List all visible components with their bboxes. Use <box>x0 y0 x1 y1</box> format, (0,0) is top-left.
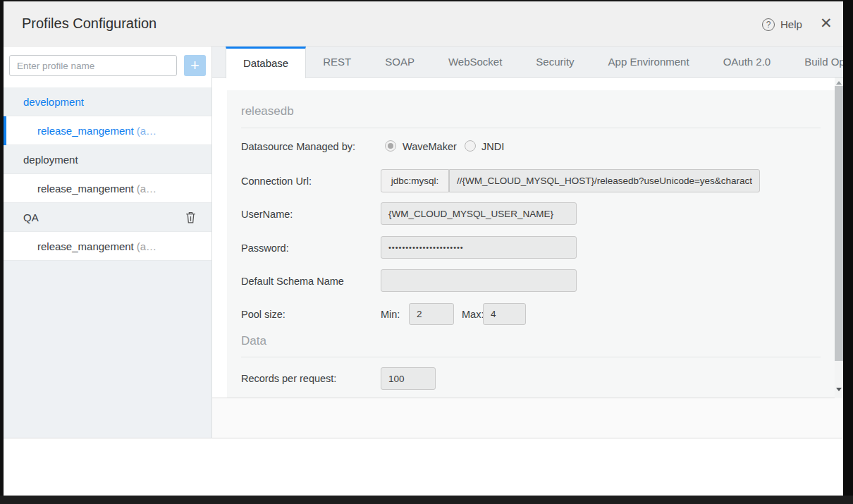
profile-item-suffix: (a… <box>137 183 157 195</box>
add-profile-button[interactable]: + <box>184 55 206 76</box>
profile-item-suffix: (a… <box>137 125 157 137</box>
sidebar-item-qa[interactable]: QA <box>4 203 211 232</box>
profile-group-label: QA <box>23 211 39 223</box>
help-link[interactable]: Help <box>780 18 802 30</box>
radio-jndi[interactable] <box>465 140 476 152</box>
pool-max-label: Max: <box>462 309 484 320</box>
tab-websocket[interactable]: WebSocket <box>431 47 519 77</box>
profile-item-suffix: (a… <box>137 240 157 252</box>
profile-name-input[interactable] <box>9 55 177 76</box>
pool-min-label: Min: <box>381 309 400 320</box>
pool-size-label: Pool size: <box>241 309 286 320</box>
radio-jndi-label: JNDI <box>481 141 504 152</box>
profile-group-label: deployment <box>23 154 78 166</box>
tab-database[interactable]: Database <box>226 47 306 78</box>
close-icon[interactable]: ✕ <box>820 15 833 32</box>
delete-profile-icon[interactable] <box>185 211 196 223</box>
records-per-request-field[interactable] <box>381 367 436 390</box>
tab-soap[interactable]: SOAP <box>368 47 431 77</box>
panel-lower-strip <box>212 398 843 438</box>
connection-url-field[interactable] <box>449 169 760 192</box>
sidebar-item-development[interactable]: development <box>4 87 211 116</box>
dialog-footer: Cancel Save <box>4 438 843 496</box>
pool-min-field[interactable] <box>409 303 454 325</box>
username-field[interactable] <box>381 202 577 225</box>
help-icon[interactable]: ? <box>762 18 775 31</box>
connection-url-prefix: jdbc:mysql: <box>381 169 449 192</box>
profile-item-label: release_mangement <box>37 183 134 195</box>
connection-url-label: Connection Url: <box>241 176 312 187</box>
content-scrollbar[interactable] <box>835 78 843 398</box>
profiles-sidebar: + development release_mangement (a… depl… <box>4 47 212 438</box>
scrollbar-thumb[interactable] <box>835 86 843 361</box>
sidebar-item-release-mangement-qa[interactable]: release_mangement (a… <box>4 232 211 261</box>
password-label: Password: <box>241 242 289 254</box>
records-per-request-label: Records per request: <box>241 373 336 384</box>
username-label: UserName: <box>241 209 293 220</box>
config-tabbar: Database REST SOAP WebSocket Security Ap… <box>212 47 843 78</box>
radio-wavemaker-label: WaveMaker <box>403 141 457 152</box>
tab-security[interactable]: Security <box>519 47 591 77</box>
radio-wavemaker[interactable] <box>385 140 396 152</box>
sidebar-item-deployment[interactable]: deployment <box>4 145 211 174</box>
profile-group-label: development <box>23 96 84 108</box>
tab-app-environment[interactable]: App Environment <box>591 47 706 77</box>
modal-edge-left <box>0 0 4 504</box>
scroll-up-arrow-icon[interactable] <box>836 81 842 85</box>
password-field[interactable] <box>381 236 577 259</box>
profile-item-label: release_mangement <box>37 125 134 137</box>
modal-edge-bottom <box>0 496 853 504</box>
page-title: Profiles Configuration <box>22 16 157 32</box>
section-divider <box>241 128 821 128</box>
section-divider <box>241 357 821 357</box>
profile-item-label: release_mangement <box>37 240 134 252</box>
profile-search-area: + <box>4 47 211 87</box>
default-schema-field[interactable] <box>381 269 577 292</box>
pool-max-field[interactable] <box>483 303 526 325</box>
section-title-data: Data <box>241 334 266 348</box>
sidebar-item-release-mangement-dev[interactable]: release_mangement (a… <box>4 116 211 145</box>
section-title-releasedb: releasedb <box>241 104 294 118</box>
modal-edge-right <box>843 0 853 504</box>
database-tab-panel: releasedb Datasource Managed by: WaveMak… <box>212 78 843 398</box>
default-schema-label: Default Schema Name <box>241 276 344 287</box>
tab-rest[interactable]: REST <box>306 47 368 77</box>
releasedb-form-card: releasedb Datasource Managed by: WaveMak… <box>227 90 835 398</box>
active-indicator-bar <box>4 116 6 145</box>
scroll-down-arrow-icon[interactable] <box>836 388 842 391</box>
profiles-configuration-dialog: Profiles Configuration ? Help ✕ + develo… <box>0 0 853 504</box>
tab-oauth[interactable]: OAuth 2.0 <box>706 47 788 77</box>
modal-edge-top <box>0 0 853 1</box>
datasource-label: Datasource Managed by: <box>241 141 355 152</box>
dialog-header: Profiles Configuration ? Help ✕ <box>4 1 843 47</box>
sidebar-item-release-mangement-deploy[interactable]: release_mangement (a… <box>4 174 211 203</box>
